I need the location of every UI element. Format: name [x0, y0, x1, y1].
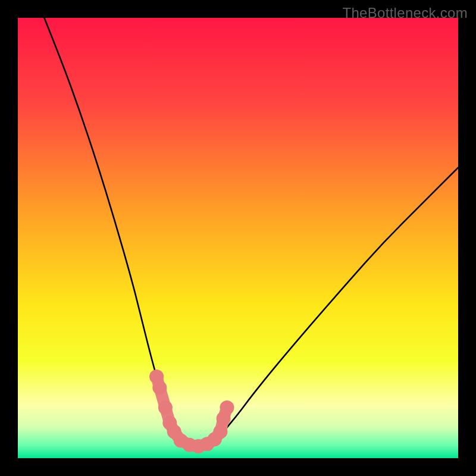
- chart-frame: TheBottleneck.com: [0, 0, 476, 476]
- chart-plot-area: [18, 18, 458, 458]
- chart-svg: [18, 18, 458, 458]
- marker-dot: [152, 381, 167, 395]
- gradient-background: [18, 18, 458, 458]
- marker-dot: [158, 400, 173, 415]
- watermark-text: TheBottleneck.com: [342, 5, 468, 21]
- marker-dot: [213, 425, 227, 439]
- marker-dot: [220, 400, 234, 415]
